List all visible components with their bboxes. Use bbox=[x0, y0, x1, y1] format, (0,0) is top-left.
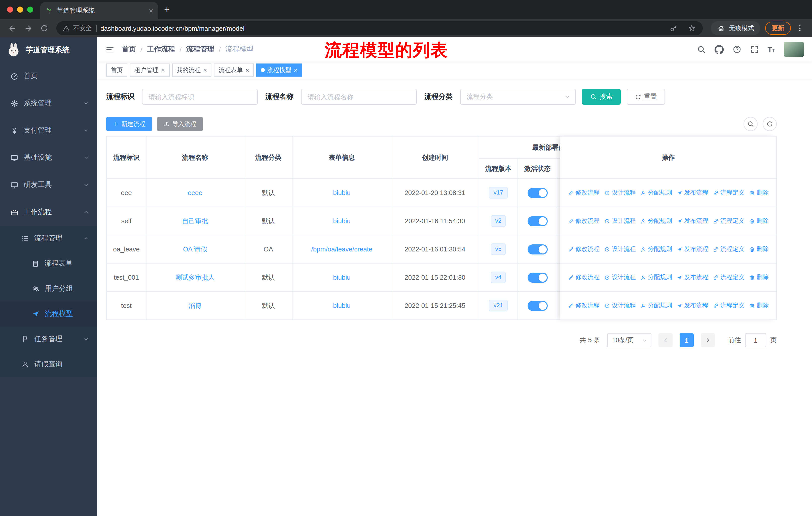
deploy-process-link[interactable]: 发布流程 bbox=[676, 245, 708, 253]
active-toggle[interactable] bbox=[527, 188, 547, 198]
fullscreen-icon[interactable] bbox=[750, 45, 759, 54]
sidebar-item-process-management[interactable]: 流程管理 bbox=[0, 226, 97, 251]
active-toggle[interactable] bbox=[527, 301, 547, 311]
reload-button[interactable] bbox=[37, 21, 51, 35]
page-size-select[interactable]: 10条/页 bbox=[607, 333, 651, 347]
back-button[interactable] bbox=[5, 21, 19, 35]
goto-page-input[interactable] bbox=[745, 333, 766, 347]
sidebar-item-payment[interactable]: 支付管理 bbox=[0, 117, 97, 144]
security-chip[interactable]: 不安全 bbox=[62, 24, 92, 32]
create-process-button[interactable]: 新建流程 bbox=[106, 117, 152, 131]
sidebar-item-process-form[interactable]: 流程表单 bbox=[0, 251, 97, 276]
browser-update-button[interactable]: 更新 bbox=[765, 22, 791, 35]
process-key-input[interactable] bbox=[142, 89, 258, 105]
design-process-link[interactable]: 设计流程 bbox=[604, 217, 636, 225]
sidebar-item-leave-query[interactable]: 请假查询 bbox=[0, 352, 97, 377]
model-name-link[interactable]: eeee bbox=[188, 189, 202, 196]
page-number-button[interactable]: 1 bbox=[679, 333, 694, 347]
breadcrumb-item[interactable]: 流程管理 bbox=[186, 45, 214, 54]
window-minimize-button[interactable] bbox=[17, 6, 23, 12]
form-link[interactable]: /bpm/oa/leave/create bbox=[311, 245, 373, 253]
active-toggle[interactable] bbox=[527, 244, 547, 254]
sidebar-item-system[interactable]: 系统管理 bbox=[0, 90, 97, 117]
form-link[interactable]: biubiu bbox=[333, 189, 350, 196]
tag-tenant[interactable]: 租户管理× bbox=[130, 63, 169, 77]
model-name-link[interactable]: 测试多审批人 bbox=[175, 273, 215, 281]
hide-search-button[interactable] bbox=[744, 117, 758, 131]
active-toggle[interactable] bbox=[527, 216, 547, 226]
prev-page-button[interactable] bbox=[659, 333, 672, 347]
modify-process-link[interactable]: 修改流程 bbox=[568, 245, 600, 253]
forward-button[interactable] bbox=[21, 21, 35, 35]
tag-my-process[interactable]: 我的流程× bbox=[172, 63, 211, 77]
delete-process-link[interactable]: 删除 bbox=[749, 217, 769, 225]
process-definition-link[interactable]: 流程定义 bbox=[713, 273, 745, 282]
search-icon[interactable] bbox=[696, 45, 705, 54]
github-icon[interactable] bbox=[714, 45, 724, 54]
tag-home[interactable]: 首页 bbox=[106, 63, 127, 77]
deploy-process-link[interactable]: 发布流程 bbox=[676, 273, 708, 282]
tab-close-icon[interactable]: × bbox=[149, 6, 153, 15]
window-zoom-button[interactable] bbox=[27, 6, 33, 12]
sidebar-item-infrastructure[interactable]: 基础设施 bbox=[0, 144, 97, 171]
deploy-process-link[interactable]: 发布流程 bbox=[676, 301, 708, 310]
close-icon[interactable]: × bbox=[161, 67, 165, 73]
delete-process-link[interactable]: 删除 bbox=[749, 245, 769, 253]
window-close-button[interactable] bbox=[7, 6, 13, 12]
sidebar-item-home[interactable]: 首页 bbox=[0, 62, 97, 90]
search-button[interactable]: 搜索 bbox=[582, 89, 621, 105]
form-link[interactable]: biubiu bbox=[333, 302, 350, 309]
design-process-link[interactable]: 设计流程 bbox=[604, 273, 636, 282]
bookmark-star-icon[interactable] bbox=[685, 21, 699, 35]
sidebar-collapse-icon[interactable] bbox=[105, 45, 115, 54]
tag-process-form[interactable]: 流程表单× bbox=[214, 63, 254, 77]
process-definition-link[interactable]: 流程定义 bbox=[713, 217, 745, 225]
modify-process-link[interactable]: 修改流程 bbox=[568, 188, 600, 197]
process-category-select[interactable]: 流程分类 bbox=[460, 89, 576, 105]
close-icon[interactable]: × bbox=[294, 67, 298, 73]
tag-process-model[interactable]: 流程模型× bbox=[256, 63, 302, 77]
modify-process-link[interactable]: 修改流程 bbox=[568, 273, 600, 282]
sidebar-item-workflow[interactable]: 工作流程 bbox=[0, 198, 97, 226]
refresh-table-button[interactable] bbox=[763, 117, 777, 131]
sidebar-item-process-model[interactable]: 流程模型 bbox=[0, 301, 97, 327]
deploy-process-link[interactable]: 发布流程 bbox=[676, 217, 708, 225]
assign-rule-link[interactable]: 分配规则 bbox=[640, 217, 672, 225]
browser-tab[interactable]: 芋道管理系统 × bbox=[40, 2, 158, 19]
font-size-icon[interactable]: TT bbox=[767, 45, 775, 54]
active-toggle[interactable] bbox=[527, 272, 547, 282]
sidebar-item-task-management[interactable]: 任务管理 bbox=[0, 327, 97, 352]
new-tab-button[interactable]: + bbox=[164, 4, 170, 15]
assign-rule-link[interactable]: 分配规则 bbox=[640, 273, 672, 282]
process-definition-link[interactable]: 流程定义 bbox=[713, 188, 745, 197]
sidebar-item-dev-tools[interactable]: 研发工具 bbox=[0, 171, 97, 198]
process-definition-link[interactable]: 流程定义 bbox=[713, 245, 745, 253]
form-link[interactable]: biubiu bbox=[333, 274, 350, 281]
model-name-link[interactable]: OA 请假 bbox=[183, 245, 207, 253]
browser-menu-icon[interactable] bbox=[793, 21, 807, 35]
help-icon[interactable] bbox=[732, 45, 741, 54]
next-page-button[interactable] bbox=[701, 333, 715, 347]
modify-process-link[interactable]: 修改流程 bbox=[568, 301, 600, 310]
design-process-link[interactable]: 设计流程 bbox=[604, 301, 636, 310]
model-name-link[interactable]: 滔博 bbox=[188, 302, 202, 309]
process-definition-link[interactable]: 流程定义 bbox=[713, 301, 745, 310]
design-process-link[interactable]: 设计流程 bbox=[604, 188, 636, 197]
design-process-link[interactable]: 设计流程 bbox=[604, 245, 636, 253]
assign-rule-link[interactable]: 分配规则 bbox=[640, 188, 672, 197]
process-name-input[interactable] bbox=[301, 89, 417, 105]
sidebar-item-user-group[interactable]: 用户分组 bbox=[0, 276, 97, 301]
modify-process-link[interactable]: 修改流程 bbox=[568, 217, 600, 225]
assign-rule-link[interactable]: 分配规则 bbox=[640, 301, 672, 310]
reset-button[interactable]: 重置 bbox=[627, 89, 665, 105]
import-process-button[interactable]: 导入流程 bbox=[157, 117, 203, 131]
deploy-process-link[interactable]: 发布流程 bbox=[676, 188, 708, 197]
breadcrumb-item[interactable]: 首页 bbox=[122, 45, 136, 54]
delete-process-link[interactable]: 删除 bbox=[749, 188, 769, 197]
model-name-link[interactable]: 自己审批 bbox=[182, 217, 208, 224]
delete-process-link[interactable]: 删除 bbox=[749, 301, 769, 310]
form-link[interactable]: biubiu bbox=[333, 217, 350, 225]
url-field[interactable]: 不安全 dashboard.yudao.iocoder.cn/bpm/manag… bbox=[56, 21, 703, 35]
delete-process-link[interactable]: 删除 bbox=[749, 273, 769, 282]
close-icon[interactable]: × bbox=[245, 67, 249, 73]
